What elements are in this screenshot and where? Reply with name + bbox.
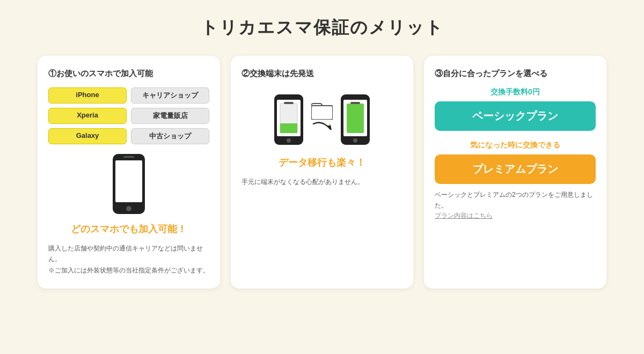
premium-plan-button[interactable]: プレミアムプラン (435, 154, 596, 184)
card-1: ①お使いのスマホで加入可能 iPhone キャリアショップ Xperia 家電量… (38, 56, 220, 289)
card-2: ②交換端末は先発送 (231, 56, 413, 289)
card-3: ③自分に合ったプランを選べる 交換手数料0円 ベーシックプラン 気になった時に交… (424, 56, 606, 289)
card2-highlight: データ移行も楽々！ (279, 156, 365, 169)
tag-denki-shop: 家電量販店 (131, 108, 209, 124)
card2-description: 手元に端末がなくなる心配がありません。 (241, 176, 364, 187)
plan-label-orange: 気になった時に交換できる (470, 141, 560, 150)
tag-carrier-shop: キャリアショップ (131, 87, 209, 104)
tag-iphone: iPhone (48, 87, 127, 104)
card1-phone-illustration (48, 152, 209, 216)
plan-label-teal: 交換手数料0円 (491, 87, 540, 97)
svg-rect-8 (280, 123, 297, 133)
svg-rect-16 (347, 104, 364, 133)
svg-rect-17 (350, 102, 360, 104)
exchange-illustration: ✦ (241, 93, 402, 146)
plan-section: 交換手数料0円 ベーシックプラン 気になった時に交換できる プレミアムプラン (435, 87, 596, 184)
card1-tags: iPhone キャリアショップ Xperia 家電量販店 Galaxy 中古ショ… (48, 87, 209, 144)
phone-right-icon (339, 93, 371, 146)
svg-point-2 (126, 206, 131, 211)
svg-point-6 (287, 138, 291, 143)
card1-highlight: どのスマホでも加入可能！ (71, 223, 187, 235)
card1-description: 購入した店舗や契約中の通信キャリアなどは問いません。※ご加入には外装状態等の当社… (48, 243, 209, 276)
tag-xperia: Xperia (48, 108, 127, 124)
plan-note: ベーシックとプレミアムの2つのプランをご用意しました。 (435, 189, 596, 211)
tag-galaxy: Galaxy (48, 128, 127, 144)
cards-container: ①お使いのスマホで加入可能 iPhone キャリアショップ Xperia 家電量… (21, 56, 623, 289)
basic-plan-button[interactable]: ベーシックプラン (435, 101, 596, 131)
exchange-arrow: ✦ (311, 102, 333, 137)
phone-left-icon (273, 93, 305, 146)
card1-title: ①お使いのスマホで加入可能 (48, 69, 153, 79)
phone-icon (110, 152, 148, 216)
page-title: トリカエスマ保証のメリット (201, 16, 444, 40)
svg-rect-9 (284, 102, 294, 104)
phone-high-battery (339, 93, 371, 146)
folder-icon (311, 102, 333, 120)
card2-title: ②交換端末は先発送 (241, 69, 314, 79)
tag-used-shop: 中古ショップ (131, 128, 209, 144)
plan-link[interactable]: プラン内容はこちら (435, 211, 493, 220)
svg-rect-3 (123, 156, 134, 158)
phone-low-battery (273, 93, 305, 146)
svg-rect-10 (311, 106, 333, 120)
svg-rect-1 (115, 160, 142, 202)
card3-title: ③自分に合ったプランを選べる (435, 69, 547, 79)
curved-arrow-icon: ✦ (311, 122, 333, 137)
svg-point-15 (353, 138, 357, 143)
svg-text:✦: ✦ (327, 122, 331, 127)
